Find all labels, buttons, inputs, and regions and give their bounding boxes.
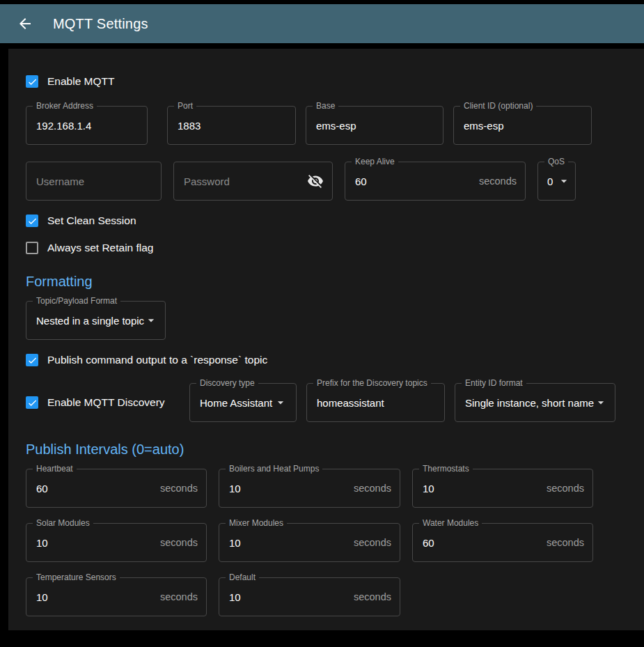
enable-mqtt-checkbox[interactable] xyxy=(26,75,38,88)
entity-id-format-select[interactable]: Entity ID format Single instance, short … xyxy=(455,383,615,422)
field-label: Heartbeat xyxy=(33,465,77,474)
publish-response-checkbox-row[interactable]: Publish command output to a `response` t… xyxy=(26,354,267,366)
field-label: Default xyxy=(226,573,259,582)
keep-alive-suffix: seconds xyxy=(473,176,517,187)
interval-temperature-input[interactable] xyxy=(36,591,155,603)
clean-session-checkbox[interactable] xyxy=(26,215,38,227)
discovery-type-value: Home Assistant xyxy=(200,397,272,409)
port-field: Port xyxy=(167,106,296,145)
topic-format-select[interactable]: Topic/Payload Format Nested in a single … xyxy=(26,301,166,340)
publish-intervals-grid: Heartbeat seconds Boilers and Heat Pumps… xyxy=(26,469,627,616)
discovery-checkbox[interactable] xyxy=(26,396,38,409)
checkmark-icon xyxy=(27,355,38,366)
back-button[interactable] xyxy=(11,10,39,38)
checkmark-icon xyxy=(27,77,38,87)
username-input[interactable] xyxy=(36,176,152,187)
field-label: Water Modules xyxy=(419,519,482,528)
base-label: Base xyxy=(313,102,338,111)
retain-flag-checkbox-row[interactable]: Always set Retain flag xyxy=(26,242,154,254)
qos-select[interactable]: QoS 0 xyxy=(537,162,576,201)
topic-format-value: Nested in a single topic xyxy=(36,315,144,327)
broker-address-label: Broker Address xyxy=(33,102,97,111)
interval-thermostats-input[interactable] xyxy=(423,483,541,494)
dropdown-arrow-icon xyxy=(594,396,608,410)
interval-field-solar: Solar Modules seconds xyxy=(26,523,207,562)
clean-session-label: Set Clean Session xyxy=(47,215,136,227)
discovery-prefix-input[interactable] xyxy=(317,397,436,409)
entity-id-format-label: Entity ID format xyxy=(462,379,526,388)
enable-mqtt-label: Enable MQTT xyxy=(47,75,114,88)
discovery-type-select[interactable]: Discovery type Home Assistant xyxy=(189,383,297,422)
broker-address-input[interactable] xyxy=(36,120,139,132)
port-label: Port xyxy=(174,102,196,111)
interval-solar-input[interactable] xyxy=(36,537,155,549)
field-label: Boilers and Heat Pumps xyxy=(226,465,322,474)
credentials-row: Keep Alive seconds QoS 0 xyxy=(26,162,627,201)
checkmark-icon xyxy=(27,398,38,408)
discovery-type-label: Discovery type xyxy=(196,379,258,388)
field-suffix: seconds xyxy=(541,537,584,548)
interval-field-water: Water Modules seconds xyxy=(412,523,593,562)
port-input[interactable] xyxy=(178,120,287,132)
interval-field-heartbeat: Heartbeat seconds xyxy=(26,469,207,508)
interval-heartbeat-input[interactable] xyxy=(36,483,155,494)
discovery-prefix-field: Prefix for the Discovery topics xyxy=(306,383,445,422)
dropdown-arrow-icon xyxy=(557,174,571,188)
base-input[interactable] xyxy=(316,120,434,132)
field-suffix: seconds xyxy=(155,483,198,494)
broker-row: Broker Address Port Base Client ID (opti… xyxy=(26,106,627,145)
retain-flag-label: Always set Retain flag xyxy=(47,242,154,254)
qos-value: 0 xyxy=(547,176,553,187)
field-label: Solar Modules xyxy=(33,519,93,528)
content-panel: Enable MQTT Broker Address Port Base Cli… xyxy=(8,49,644,630)
visibility-off-icon xyxy=(307,173,324,189)
field-suffix: seconds xyxy=(155,537,198,548)
dropdown-arrow-icon xyxy=(274,396,288,410)
keep-alive-input[interactable] xyxy=(355,176,473,187)
field-suffix: seconds xyxy=(348,537,391,548)
field-suffix: seconds xyxy=(348,591,391,602)
client-id-input[interactable] xyxy=(464,120,583,132)
qos-label: QoS xyxy=(544,157,568,166)
retain-flag-checkbox[interactable] xyxy=(26,242,38,254)
checkmark-icon xyxy=(27,216,38,226)
dropdown-arrow-icon xyxy=(144,313,158,327)
discovery-prefix-label: Prefix for the Discovery topics xyxy=(313,379,431,388)
base-field: Base xyxy=(306,106,443,145)
field-label: Temperature Sensors xyxy=(33,573,120,582)
publish-response-label: Publish command output to a `response` t… xyxy=(47,354,267,366)
password-field xyxy=(173,162,333,201)
field-suffix: seconds xyxy=(541,483,584,494)
username-field xyxy=(26,162,162,201)
password-visibility-toggle[interactable] xyxy=(307,173,324,189)
field-suffix: seconds xyxy=(348,483,391,494)
entity-id-format-value: Single instance, short name xyxy=(465,397,594,409)
topic-format-label: Topic/Payload Format xyxy=(33,297,120,306)
interval-field-boilers: Boilers and Heat Pumps seconds xyxy=(219,469,400,508)
app-bar: MQTT Settings xyxy=(0,4,644,43)
broker-address-field: Broker Address xyxy=(26,106,148,145)
password-input[interactable] xyxy=(184,176,307,187)
client-id-field: Client ID (optional) xyxy=(453,106,592,145)
discovery-label: Enable MQTT Discovery xyxy=(47,396,165,409)
interval-field-temperature-sensors: Temperature Sensors seconds xyxy=(26,577,207,616)
interval-boilers-input[interactable] xyxy=(229,483,348,494)
interval-field-default: Default seconds xyxy=(219,577,400,616)
publish-response-checkbox[interactable] xyxy=(26,354,38,366)
interval-field-mixer: Mixer Modules seconds xyxy=(219,523,400,562)
field-label: Mixer Modules xyxy=(226,519,287,528)
formatting-heading: Formatting xyxy=(26,274,627,290)
interval-mixer-input[interactable] xyxy=(229,537,348,549)
keep-alive-field: Keep Alive seconds xyxy=(345,162,526,201)
discovery-checkbox-row[interactable]: Enable MQTT Discovery xyxy=(26,396,180,409)
interval-default-input[interactable] xyxy=(229,591,348,603)
interval-field-thermostats: Thermostats seconds xyxy=(412,469,593,508)
clean-session-checkbox-row[interactable]: Set Clean Session xyxy=(26,215,136,227)
client-id-label: Client ID (optional) xyxy=(460,102,536,111)
field-suffix: seconds xyxy=(155,591,198,602)
interval-water-input[interactable] xyxy=(423,537,541,549)
discovery-row: Enable MQTT Discovery Discovery type Hom… xyxy=(26,383,627,422)
field-label: Thermostats xyxy=(419,465,473,474)
enable-mqtt-checkbox-row[interactable]: Enable MQTT xyxy=(26,75,114,88)
publish-intervals-heading: Publish Intervals (0=auto) xyxy=(26,442,627,458)
